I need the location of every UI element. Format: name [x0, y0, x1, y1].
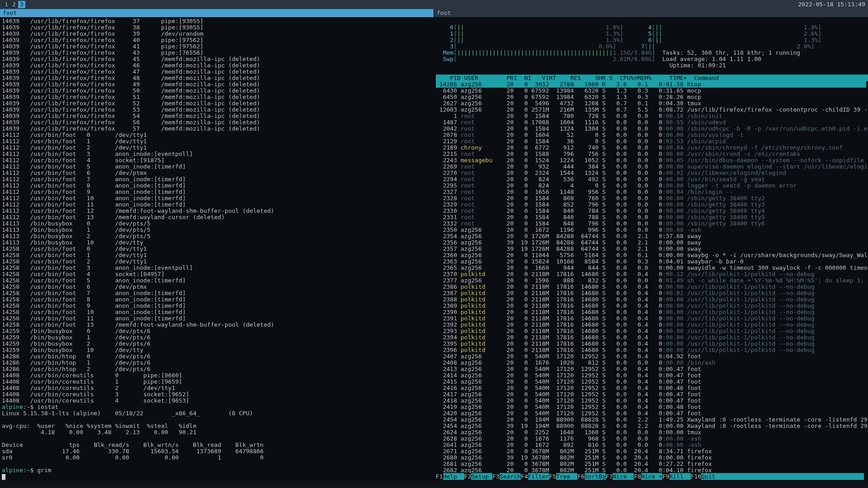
htop-row[interactable]: 2390 polkitd 20 0 2118M 17816 14680 S 0.…	[436, 309, 814, 315]
left-terminal[interactable]: 14039 /usr/lib/firefox/firefox 37 pipe:[…	[0, 17, 434, 481]
htop-row[interactable]: 2330 root 20 0 1584 840 784 S 0.0 0.0 0:…	[436, 207, 765, 214]
htop-row[interactable]: 2624 azg256 20 0 2252 1640 1360 S 0.0 0.…	[436, 429, 701, 436]
fkey-F7[interactable]: F7	[606, 473, 613, 480]
htop-row[interactable]: 2408 azg256 20 0 1676 1020 812 S 0.0 0.0…	[436, 359, 715, 366]
left-pane: foot 14039 /usr/lib/firefox/firefox 37 p…	[0, 9, 434, 481]
htop-row[interactable]: 2357 azg256 39 19 1726M 84288 64744 S 0.…	[436, 245, 701, 252]
htop-row[interactable]: 2243 messagebu 20 0 1524 1224 1052 S 0.0…	[436, 157, 868, 164]
htop-row[interactable]: 2215 root 20 0 1588 796 756 S 0.0 0.0 0:…	[436, 150, 800, 157]
htop-row[interactable]: 2269 root 20 0 932 444 384 S 0.0 0.0 0:0…	[436, 163, 868, 170]
htop-row[interactable]: 2680 azg256 39 19 3678M 802M 251M S 0.0 …	[436, 454, 712, 461]
htop-row[interactable]: 2350 azg256 20 0 1672 1196 996 S 0.0 0.0…	[436, 226, 701, 233]
fkey-F6[interactable]: F6	[577, 473, 585, 480]
htop-row[interactable]: 2329 root 20 0 1584 852 796 S 0.0 0.0 0:…	[436, 201, 765, 208]
htop-row[interactable]: 2418 azg256 20 0 540M 17120 12952 S 0.0 …	[436, 397, 701, 404]
left-titlebar: foot	[0, 9, 434, 17]
htop-row[interactable]: 2365 azg256 20 0 1660 944 844 S 0.0 0.0 …	[436, 264, 868, 271]
htop-row[interactable]: 2414 azg256 20 0 540M 17120 12952 S 0.0 …	[436, 372, 701, 379]
htop-row[interactable]: 2354 azg256 20 0 1726M 84288 64744 S 0.0…	[436, 233, 701, 239]
htop-row[interactable]: 2331 root 20 0 1584 840 788 S 0.0 0.0 0:…	[436, 214, 765, 221]
htop-row[interactable]: 2328 root 20 0 1584 808 760 S 0.0 0.0 0:…	[436, 195, 765, 202]
htop-row[interactable]: 2420 azg256 20 0 540M 17120 12952 S 0.0 …	[436, 410, 701, 417]
htop-row[interactable]: 2042 root 20 0 1584 1324 1304 S 0.0 0.0 …	[436, 125, 868, 132]
htop-row[interactable]: 2407 azg256 20 0 540M 17120 12952 S 0.0 …	[436, 353, 701, 360]
workspace-2[interactable]: 2	[10, 1, 18, 8]
htop-row[interactable]: 2627 azg256 20 0 5496 4732 1268 S 0.7 0.…	[436, 100, 701, 107]
htop-row[interactable]: 1487 root 20 0 17088 1604 1116 S 0.0 0.0…	[436, 119, 726, 126]
htop-row[interactable]: 2681 azg256 20 0 3678M 802M 251M S 0.0 2…	[436, 460, 712, 467]
htop-row[interactable]: 2394 polkitd 20 0 2118M 17816 14680 S 0.…	[436, 334, 814, 341]
htop-row[interactable]: 2413 azg256 20 0 540M 17120 12952 S 0.0 …	[436, 366, 701, 372]
cursor	[2, 474, 5, 480]
htop-row[interactable]: 2395 polkitd 20 0 2118M 17816 14680 S 0.…	[436, 340, 814, 347]
fkey-F4[interactable]: F4	[521, 473, 528, 480]
htop-row[interactable]: 2189 chrony 20 0 6772 912 740 S 0.0 0.0 …	[436, 144, 843, 151]
workspace-1[interactable]: 1	[3, 1, 10, 8]
workspace-list: 123	[3, 1, 25, 8]
htop-row[interactable]: 2419 azg256 20 0 540M 17120 12952 S 0.0 …	[436, 404, 701, 410]
htop-row[interactable]: 2356 azg256 39 19 1726M 84288 64744 S 0.…	[436, 239, 701, 246]
htop-row[interactable]: 2270 root 20 0 2324 1544 1324 S 0.0 0.0 …	[436, 169, 786, 176]
sway-bar: 123 2022-05-18 15:11:49	[0, 0, 868, 9]
htop-header: PID USER PRI NI VIRT RES SHR S CPU%▽MEM%…	[436, 75, 868, 81]
htop-row[interactable]: 2396 polkitd 20 0 2118M 17816 14680 S 0.…	[436, 347, 814, 353]
htop-row[interactable]: 2389 polkitd 20 0 2118M 17816 14680 S 0.…	[436, 302, 814, 309]
htop-row[interactable]: 2391 polkitd 20 0 2118M 17816 14680 S 0.…	[436, 315, 814, 322]
clock: 2022-05-18 15:11:49	[798, 1, 865, 8]
htop-row[interactable]: 2392 polkitd 20 0 2118M 17816 14680 S 0.…	[436, 321, 814, 328]
htop-row[interactable]: 2454 azg256 20 0 194M 88900 68828 S 0.0 …	[436, 416, 868, 423]
htop-row[interactable]: 2416 azg256 20 0 540M 17120 12952 S 0.0 …	[436, 385, 701, 391]
right-pane: foot 0[|| 1.9%] 4[|| 1.9%] 1[|| 1.3%] 5[…	[434, 9, 868, 481]
htop-row[interactable]: 2078 root 20 0 1604 52 0 S 0.0 0.0 0:00.…	[436, 131, 744, 138]
htop-row[interactable]: 2641 azg256 20 0 1672 892 816 S 0.0 0.0 …	[436, 441, 701, 448]
fkey-F10[interactable]: F10	[691, 473, 701, 480]
htop-row[interactable]: 2377 azg256 20 0 1596 888 832 S 0.0 0.0 …	[436, 277, 868, 284]
htop-row[interactable]: 2682 azg256 20 0 3678M 802M 251M S 0.0 2…	[436, 467, 712, 474]
htop-row[interactable]: 2327 root 20 0 1656 1148 956 S 0.0 0.0 0…	[436, 188, 733, 195]
htop-row[interactable]: 2454 azg256 39 19 194M 88900 68828 S 0.0…	[436, 422, 868, 429]
htop-row[interactable]: 2363 azg256 20 0 15824 10168 8584 S 0.0 …	[436, 258, 744, 265]
fkey-F9[interactable]: F9	[662, 473, 670, 480]
htop-row[interactable]: 2370 polkitd 20 0 2118M 17816 14680 S 0.…	[436, 271, 814, 277]
htop-row[interactable]: 2294 root 20 0 824 536 492 S 0.0 0.0 0:0…	[436, 176, 765, 183]
workspace-3[interactable]: 3	[18, 1, 25, 8]
fkey-F1[interactable]: F1	[436, 473, 443, 480]
htop-row[interactable]: 2388 polkitd 20 0 2118M 17816 14680 S 0.…	[436, 296, 814, 303]
htop-row[interactable]: 2393 polkitd 20 0 2118M 17816 14680 S 0.…	[436, 328, 814, 334]
htop-row[interactable]: 2387 polkitd 20 0 2118M 17816 14680 S 0.…	[436, 290, 814, 296]
htop-row[interactable]: 6450 azg256 20 0 67592 13984 6320 S 1.3 …	[436, 94, 701, 100]
htop-row-selected[interactable]: 14286 azg256 20 0 3032 2788 1060 R 2.6 0…	[436, 81, 866, 88]
htop-row[interactable]: 2417 azg256 20 0 540M 17120 12952 S 0.0 …	[436, 391, 701, 398]
htop-row[interactable]: 2415 azg256 20 0 540M 17120 12952 S 0.0 …	[436, 378, 701, 385]
fkey-F5[interactable]: F5	[549, 473, 557, 480]
htop-row[interactable]: 1 root 20 0 1584 780 728 S 0.0 0.0 0:00.…	[436, 113, 722, 119]
htop-row[interactable]: 2129 root 20 0 1584 36 0 S 0.0 0.0 0:03.…	[436, 138, 726, 145]
htop-row[interactable]: 2360 azg256 20 0 11044 5756 5164 S 0.0 0…	[436, 252, 868, 258]
htop-row[interactable]: 12603 azg256 20 0 2571M 216M 135M S 0.7 …	[436, 106, 868, 113]
fkey-F2[interactable]: F2	[464, 473, 472, 480]
right-terminal[interactable]: 0[|| 1.9%] 4[|| 1.9%] 1[|| 1.3%] 5[||	[434, 17, 868, 481]
htop-row[interactable]: 6430 azg256 20 0 67592 13984 6320 S 1.3 …	[436, 87, 701, 94]
htop-row[interactable]: 2671 azg256 20 0 3678M 802M 251M S 0.0 2…	[436, 448, 712, 455]
fkey-F3[interactable]: F3	[492, 473, 500, 480]
htop-row[interactable]: 2386 polkitd 20 0 2118M 17816 14680 S 0.…	[436, 283, 814, 290]
htop-row[interactable]: 2628 azg256 20 0 1676 1176 968 S 0.0 0.0…	[436, 435, 701, 442]
fkey-F8[interactable]: F8	[634, 473, 641, 480]
right-titlebar: foot	[434, 9, 868, 17]
htop-row[interactable]: 2332 root 20 0 1584 848 796 S 0.0 0.0 0:…	[436, 220, 765, 227]
htop-row[interactable]: 2295 root 20 0 824 4 0 S 0.0 0.0 0:00.00…	[436, 182, 797, 189]
